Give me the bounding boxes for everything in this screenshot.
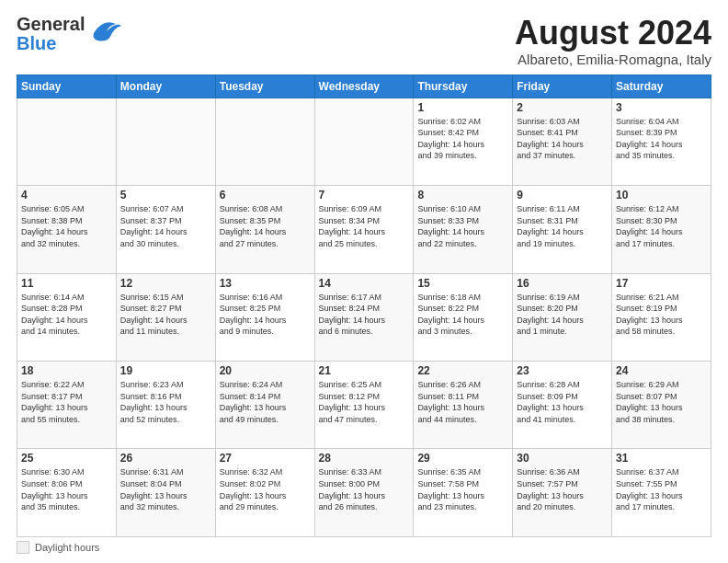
day-number: 12: [120, 277, 211, 290]
calendar-cell: 26Sunrise: 6:31 AM Sunset: 8:04 PM Dayli…: [116, 449, 215, 537]
calendar-cell: [17, 98, 117, 185]
day-number: 21: [319, 364, 410, 377]
day-number: 27: [220, 452, 311, 465]
calendar-cell: 20Sunrise: 6:24 AM Sunset: 8:14 PM Dayli…: [215, 362, 314, 449]
day-number: 5: [120, 189, 211, 201]
calendar-cell: 2Sunrise: 6:03 AM Sunset: 8:41 PM Daylig…: [513, 98, 612, 185]
day-info: Sunrise: 6:11 AM Sunset: 8:31 PM Dayligh…: [517, 203, 608, 249]
calendar-cell: 24Sunrise: 6:29 AM Sunset: 8:07 PM Dayli…: [612, 362, 711, 449]
day-number: 7: [319, 189, 410, 201]
day-number: 16: [517, 277, 608, 290]
calendar-week-row: 11Sunrise: 6:14 AM Sunset: 8:28 PM Dayli…: [17, 273, 711, 361]
calendar-cell: 13Sunrise: 6:16 AM Sunset: 8:25 PM Dayli…: [215, 273, 314, 361]
calendar-cell: 21Sunrise: 6:25 AM Sunset: 8:12 PM Dayli…: [314, 362, 414, 449]
day-number: 17: [616, 277, 707, 290]
calendar-cell: 1Sunrise: 6:02 AM Sunset: 8:42 PM Daylig…: [414, 98, 513, 185]
day-info: Sunrise: 6:26 AM Sunset: 8:11 PM Dayligh…: [417, 379, 508, 425]
calendar-cell: 14Sunrise: 6:17 AM Sunset: 8:24 PM Dayli…: [314, 273, 414, 361]
day-info: Sunrise: 6:18 AM Sunset: 8:22 PM Dayligh…: [417, 292, 508, 338]
day-info: Sunrise: 6:12 AM Sunset: 8:30 PM Dayligh…: [616, 203, 707, 249]
calendar-week-row: 4Sunrise: 6:05 AM Sunset: 8:38 PM Daylig…: [17, 186, 711, 273]
calendar-cell: 15Sunrise: 6:18 AM Sunset: 8:22 PM Dayli…: [414, 273, 513, 361]
day-info: Sunrise: 6:35 AM Sunset: 7:58 PM Dayligh…: [417, 466, 508, 512]
day-number: 22: [417, 364, 508, 377]
calendar-day-header: Tuesday: [215, 75, 314, 98]
calendar-week-row: 18Sunrise: 6:22 AM Sunset: 8:17 PM Dayli…: [17, 362, 711, 449]
logo-general: General: [17, 15, 85, 34]
calendar-cell: 8Sunrise: 6:10 AM Sunset: 8:33 PM Daylig…: [414, 186, 513, 273]
calendar-cell: 16Sunrise: 6:19 AM Sunset: 8:20 PM Dayli…: [513, 273, 612, 361]
logo: General Blue: [17, 15, 123, 53]
day-info: Sunrise: 6:31 AM Sunset: 8:04 PM Dayligh…: [120, 466, 211, 512]
legend-label: Daylight hours: [35, 542, 99, 553]
title-area: August 2024 Albareto, Emilia-Romagna, It…: [515, 15, 711, 67]
day-number: 18: [21, 364, 112, 377]
day-number: 26: [120, 452, 211, 465]
day-number: 28: [319, 452, 410, 465]
calendar-cell: 3Sunrise: 6:04 AM Sunset: 8:39 PM Daylig…: [612, 98, 711, 185]
calendar-day-header: Monday: [116, 75, 215, 98]
month-title: August 2024: [515, 15, 711, 52]
day-info: Sunrise: 6:33 AM Sunset: 8:00 PM Dayligh…: [319, 466, 410, 512]
calendar-cell: 17Sunrise: 6:21 AM Sunset: 8:19 PM Dayli…: [612, 273, 711, 361]
day-number: 20: [220, 364, 311, 377]
day-number: 29: [417, 452, 508, 465]
day-info: Sunrise: 6:09 AM Sunset: 8:34 PM Dayligh…: [319, 203, 410, 249]
day-info: Sunrise: 6:05 AM Sunset: 8:38 PM Dayligh…: [21, 203, 112, 249]
calendar-cell: 29Sunrise: 6:35 AM Sunset: 7:58 PM Dayli…: [414, 449, 513, 537]
day-info: Sunrise: 6:37 AM Sunset: 7:55 PM Dayligh…: [616, 466, 707, 512]
day-info: Sunrise: 6:04 AM Sunset: 8:39 PM Dayligh…: [616, 116, 707, 162]
calendar-cell: [116, 98, 215, 185]
day-number: 8: [417, 189, 508, 201]
day-info: Sunrise: 6:25 AM Sunset: 8:12 PM Dayligh…: [319, 379, 410, 425]
calendar-week-row: 1Sunrise: 6:02 AM Sunset: 8:42 PM Daylig…: [17, 98, 711, 185]
calendar-cell: 5Sunrise: 6:07 AM Sunset: 8:37 PM Daylig…: [116, 186, 215, 273]
day-number: 3: [616, 101, 707, 114]
day-number: 30: [517, 452, 608, 465]
page: General Blue August 2024 Albareto, Emili…: [0, 0, 728, 563]
calendar-day-header: Saturday: [612, 75, 711, 98]
day-number: 31: [616, 452, 707, 465]
calendar-cell: 27Sunrise: 6:32 AM Sunset: 8:02 PM Dayli…: [215, 449, 314, 537]
calendar-cell: 25Sunrise: 6:30 AM Sunset: 8:06 PM Dayli…: [17, 449, 117, 537]
footer: Daylight hours: [17, 541, 711, 554]
day-info: Sunrise: 6:15 AM Sunset: 8:27 PM Dayligh…: [120, 292, 211, 338]
day-number: 10: [616, 189, 707, 201]
calendar-cell: 18Sunrise: 6:22 AM Sunset: 8:17 PM Dayli…: [17, 362, 117, 449]
calendar-table: SundayMondayTuesdayWednesdayThursdayFrid…: [17, 75, 711, 537]
header: General Blue August 2024 Albareto, Emili…: [17, 15, 711, 67]
calendar-day-header: Friday: [513, 75, 612, 98]
calendar-header-row: SundayMondayTuesdayWednesdayThursdayFrid…: [17, 75, 711, 98]
calendar-cell: [314, 98, 414, 185]
day-number: 6: [220, 189, 311, 201]
day-info: Sunrise: 6:23 AM Sunset: 8:16 PM Dayligh…: [120, 379, 211, 425]
calendar-cell: 11Sunrise: 6:14 AM Sunset: 8:28 PM Dayli…: [17, 273, 117, 361]
calendar-day-header: Thursday: [414, 75, 513, 98]
calendar-cell: 23Sunrise: 6:28 AM Sunset: 8:09 PM Dayli…: [513, 362, 612, 449]
day-info: Sunrise: 6:08 AM Sunset: 8:35 PM Dayligh…: [220, 203, 311, 249]
day-number: 23: [517, 364, 608, 377]
calendar-cell: 28Sunrise: 6:33 AM Sunset: 8:00 PM Dayli…: [314, 449, 414, 537]
calendar-cell: 10Sunrise: 6:12 AM Sunset: 8:30 PM Dayli…: [612, 186, 711, 273]
day-number: 24: [616, 364, 707, 377]
day-number: 14: [319, 277, 410, 290]
day-info: Sunrise: 6:24 AM Sunset: 8:14 PM Dayligh…: [220, 379, 311, 425]
calendar-cell: 7Sunrise: 6:09 AM Sunset: 8:34 PM Daylig…: [314, 186, 414, 273]
calendar-cell: 22Sunrise: 6:26 AM Sunset: 8:11 PM Dayli…: [414, 362, 513, 449]
calendar-cell: 9Sunrise: 6:11 AM Sunset: 8:31 PM Daylig…: [513, 186, 612, 273]
calendar-cell: [215, 98, 314, 185]
calendar-cell: 12Sunrise: 6:15 AM Sunset: 8:27 PM Dayli…: [116, 273, 215, 361]
day-info: Sunrise: 6:29 AM Sunset: 8:07 PM Dayligh…: [616, 379, 707, 425]
day-info: Sunrise: 6:02 AM Sunset: 8:42 PM Dayligh…: [417, 116, 508, 162]
calendar-cell: 6Sunrise: 6:08 AM Sunset: 8:35 PM Daylig…: [215, 186, 314, 273]
subtitle: Albareto, Emilia-Romagna, Italy: [515, 52, 711, 67]
day-info: Sunrise: 6:32 AM Sunset: 8:02 PM Dayligh…: [220, 466, 311, 512]
day-info: Sunrise: 6:30 AM Sunset: 8:06 PM Dayligh…: [21, 466, 112, 512]
day-info: Sunrise: 6:19 AM Sunset: 8:20 PM Dayligh…: [517, 292, 608, 338]
day-info: Sunrise: 6:03 AM Sunset: 8:41 PM Dayligh…: [517, 116, 608, 162]
day-info: Sunrise: 6:22 AM Sunset: 8:17 PM Dayligh…: [21, 379, 112, 425]
day-number: 25: [21, 452, 112, 465]
day-info: Sunrise: 6:21 AM Sunset: 8:19 PM Dayligh…: [616, 292, 707, 338]
legend-box: [17, 541, 29, 554]
day-info: Sunrise: 6:10 AM Sunset: 8:33 PM Dayligh…: [417, 203, 508, 249]
